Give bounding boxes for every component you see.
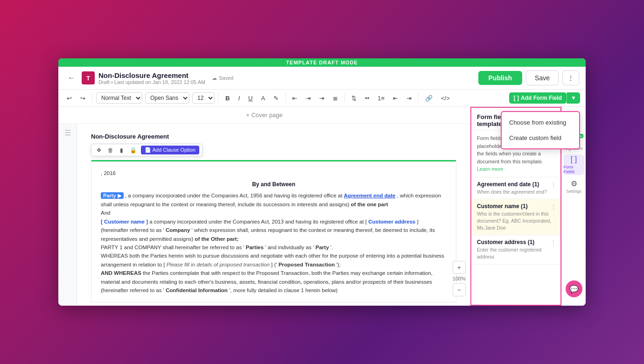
form-fields-icon: [ ] <box>571 155 577 164</box>
add-form-field-dropdown-menu: Choose from existing Create custom field <box>501 111 580 149</box>
form-field-customer-name: Customer name (1) Who is the customer/cl… <box>471 199 560 235</box>
toolbar-divider-2 <box>218 93 219 103</box>
add-clause-option-button[interactable]: 📄 Add Clause Option <box>141 146 199 154</box>
form-field-name-3: Customer address (1) <box>477 239 555 245</box>
saved-badge: ☁ Saved <box>212 75 233 81</box>
lock-clause-button[interactable]: 🔒 <box>127 146 139 154</box>
redo-button[interactable]: ↪ <box>77 93 88 103</box>
form-field-hint-2: Who is the customer/client in this docum… <box>477 210 555 231</box>
text-style-select[interactable]: Normal Text Heading 1 Heading 2 <box>96 92 142 104</box>
document-body[interactable]: Non-Disclosure Agreement ✥ 🗑 ▮ 🔒 📄 Add C… <box>77 124 470 306</box>
font-size-select[interactable]: 12 14 16 <box>192 92 215 104</box>
code-button[interactable]: </> <box>438 93 453 103</box>
bullet-list-button[interactable]: •• <box>362 93 372 103</box>
choose-existing-option[interactable]: Choose from existing <box>502 115 579 130</box>
toolbar-divider-5 <box>418 93 419 103</box>
add-form-field-container: [ ] Add Form Field ▼ Choose from existin… <box>507 92 580 104</box>
sidebar-item-settings[interactable]: ⚙ Settings <box>564 176 584 196</box>
doc-title: Non-Disclosure Agreement <box>98 71 205 79</box>
by-and-between: By and Between <box>101 181 447 188</box>
align-right-button[interactable]: ⇥ <box>316 93 327 103</box>
cover-page-bar[interactable]: + Cover page <box>58 107 470 124</box>
editor-document: , 2016 By and Between Party ▶ , a compan… <box>91 160 456 302</box>
form-fields-label: Form Fields <box>564 165 584 174</box>
drag-handle[interactable]: ✥ <box>94 146 104 154</box>
doc-paragraph-2: [ Customer name ] a company incorporated… <box>101 217 447 243</box>
align-left-button[interactable]: ⇤ <box>289 93 300 103</box>
add-form-field-button[interactable]: [ ] Add Form Field <box>509 92 567 104</box>
toolbar-divider-3 <box>285 93 286 103</box>
form-field-dots-3[interactable]: ⋮ <box>550 239 557 246</box>
zoom-controls: + 100% − <box>453 261 466 296</box>
form-field-dots-2[interactable]: ⋮ <box>550 203 557 210</box>
clause-toolbar: ✥ 🗑 ▮ 🔒 📄 Add Clause Option <box>91 144 203 156</box>
left-sidebar: ☰ <box>58 124 77 306</box>
highlight-button[interactable]: ✎ <box>271 93 281 103</box>
doc-title-area: Non-Disclosure Agreement Draft • Last up… <box>98 71 205 85</box>
doc-subtitle: Draft • Last updated on Jan 18, 2022 12:… <box>98 79 205 85</box>
zoom-level: 100% <box>453 276 466 281</box>
add-form-field-group: [ ] Add Form Field ▼ <box>507 92 580 104</box>
form-field-dots-1[interactable]: ⋮ <box>550 181 557 189</box>
customer-address-field: Customer address <box>368 219 415 224</box>
zoom-in-button[interactable]: + <box>453 261 466 274</box>
header-left: ← T Non-Disclosure Agreement Draft • Las… <box>65 71 474 85</box>
link-button[interactable]: 🔗 <box>422 93 435 103</box>
create-custom-option[interactable]: Create custom field <box>502 130 579 146</box>
sidebar-item-form-fields[interactable]: [ ] Form Fields <box>564 154 584 175</box>
learn-more-link[interactable]: Learn more <box>477 166 503 172</box>
doc-icon: T <box>82 71 95 84</box>
agreement-end-date-field: Agreement end date <box>344 193 396 198</box>
sidebar-left-icon: ☰ <box>64 128 71 137</box>
zoom-out-button[interactable]: − <box>453 283 466 296</box>
chat-button-container: 💬 <box>566 280 582 301</box>
form-field-customer-address: Customer address (1) Enter the customer … <box>471 235 560 264</box>
form-field-hint-3: Enter the customer registered address <box>477 246 555 260</box>
form-field-name-1: Agreement end date (1) <box>477 181 555 188</box>
undo-button[interactable]: ↩ <box>64 93 75 103</box>
editor-outer: ☰ Non-Disclosure Agreement ✥ 🗑 ▮ 🔒 📄 Add… <box>58 124 470 306</box>
form-field-agreement-end-date: Agreement end date (1) When does the agr… <box>471 177 560 200</box>
add-form-field-dropdown-button[interactable]: ▼ <box>567 92 580 104</box>
align-center-button[interactable]: ⇥ <box>303 93 314 103</box>
italic-button[interactable]: I <box>235 93 243 103</box>
font-select[interactable]: Open Sans Arial <box>145 92 189 104</box>
settings-label: Settings <box>566 189 581 194</box>
doc-whereas-2: AND WHEREAS the Parties contemplate that… <box>101 269 447 294</box>
doc-paragraph-1: Party ▶ , a company incorporated under t… <box>101 191 447 209</box>
header: ← T Non-Disclosure Agreement Draft • Las… <box>58 67 586 90</box>
text-color-button[interactable]: A <box>258 93 268 103</box>
doc-and: And <box>101 209 447 217</box>
numbered-list-button[interactable]: 1≡ <box>375 93 387 103</box>
toolbar-divider-4 <box>344 93 345 103</box>
duplicate-clause-button[interactable]: ▮ <box>118 146 126 154</box>
chat-icon: 💬 <box>569 285 579 294</box>
save-button[interactable]: Save <box>526 70 559 85</box>
settings-icon: ⚙ <box>571 179 577 188</box>
form-field-hint-1: When does the agreement end? <box>477 189 555 196</box>
chat-button[interactable]: 💬 <box>566 280 582 297</box>
doc-paragraph-3: PARTY 1 and COMPANY shall hereinafter be… <box>101 243 447 252</box>
more-options-button[interactable]: ⋮ <box>562 70 579 85</box>
doc-whereas-1: WHEREAS both the Parties herein wish to … <box>101 252 447 269</box>
customer-name-field: [ Customer name ] <box>101 219 148 224</box>
toolbar: ↩ ↪ Normal Text Heading 1 Heading 2 Open… <box>58 90 586 107</box>
doc-heading: Non-Disclosure Agreement <box>91 133 456 140</box>
line-height-button[interactable]: ⇅ <box>349 93 359 103</box>
app-window: TEMPLATE DRAFT MODE ← T Non-Disclosure A… <box>58 58 586 306</box>
publish-button[interactable]: Publish <box>478 71 523 85</box>
form-field-name-2: Customer name (1) <box>477 203 555 210</box>
party-tag: Party ▶ <box>101 192 124 199</box>
underline-button[interactable]: U <box>245 93 255 103</box>
bold-button[interactable]: B <box>223 93 232 103</box>
toolbar-divider-1 <box>92 93 92 103</box>
template-banner: TEMPLATE DRAFT MODE <box>58 58 586 67</box>
doc-paragraph-date: , 2016 <box>101 169 447 177</box>
indent-increase-button[interactable]: ⇥ <box>404 93 414 103</box>
delete-clause-button[interactable]: 🗑 <box>105 146 116 154</box>
header-actions: Publish Save ⋮ <box>478 70 579 85</box>
indent-decrease-button[interactable]: ⇤ <box>390 93 401 103</box>
justify-button[interactable]: ≣ <box>330 93 341 103</box>
editor-area: + Cover page ☰ Non-Disclosure Agreement … <box>58 107 470 306</box>
back-button[interactable]: ← <box>65 73 78 83</box>
